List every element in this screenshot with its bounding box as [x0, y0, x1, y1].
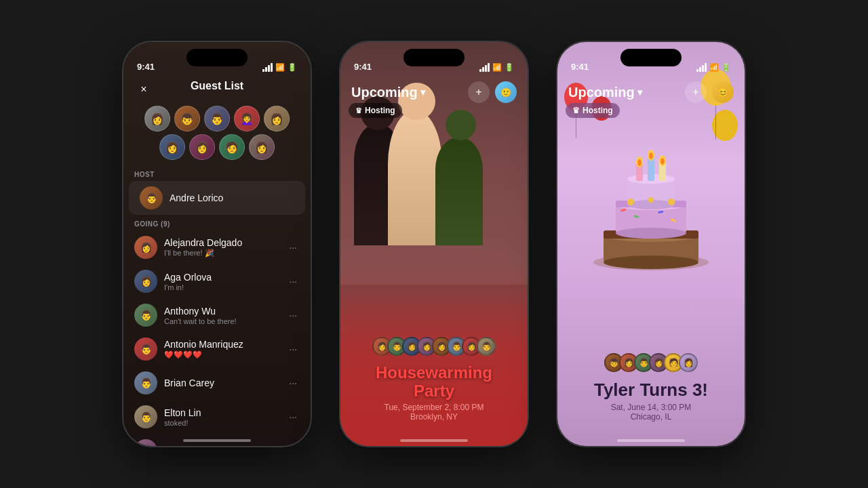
hosting-label-2: Hosting: [365, 106, 395, 115]
going-label: GOING (9): [123, 215, 311, 230]
phone1-screen: 9:41 📶 🔋 × Guest List 👩 👦 👨 👩‍🦱 👩: [123, 42, 311, 446]
guest-item-6[interactable]: 👨 Elton Lin stoked! ···: [123, 400, 311, 434]
guest-info-2: Aga Orlova I'm in!: [164, 272, 279, 291]
wifi-icon-3: 📶: [709, 63, 719, 72]
svg-point-7: [616, 228, 686, 239]
svg-point-24: [660, 158, 665, 165]
guest-name-2: Aga Orlova: [164, 272, 279, 283]
event-title-line1: Housewarming: [351, 364, 517, 382]
more-button-3[interactable]: ···: [286, 307, 300, 323]
phone3-nav-actions: + 😊: [685, 81, 734, 103]
more-button-1[interactable]: ···: [286, 239, 300, 256]
svg-rect-17: [648, 157, 654, 181]
battery-icon-2: 🔋: [505, 63, 514, 72]
hosting-badge-2: ♛ Hosting: [349, 103, 402, 118]
avatar-7[interactable]: 👩: [189, 134, 215, 160]
guest-status-1: I'll be there! 🎉: [164, 249, 279, 258]
svg-point-27: [648, 197, 654, 203]
svg-point-22: [649, 152, 653, 159]
signal-icon-3: [696, 63, 707, 72]
svg-point-26: [668, 199, 675, 205]
guest-name-3: Anthony Wu: [164, 306, 279, 317]
avatar-5[interactable]: 👩: [264, 106, 290, 131]
guest-item-3[interactable]: 👨 Anthony Wu Can't wait to be there! ···: [123, 298, 311, 332]
guest-status-6: stoked!: [164, 419, 279, 427]
close-button[interactable]: ×: [134, 80, 153, 99]
guest-item-5[interactable]: 👨 Brian Carey ···: [123, 366, 311, 400]
guest-avatar-1: 👩: [134, 236, 157, 259]
svg-point-25: [627, 199, 634, 205]
host-name: Andre Lorico: [170, 192, 294, 203]
guest-info-4: Antonio Manriquez ❤️❤️❤️❤️: [164, 339, 279, 359]
guest-item-4[interactable]: 👨 Antonio Manriquez ❤️❤️❤️❤️ ···: [123, 332, 311, 366]
phone3-screen: 9:41 📶 🔋 Upcoming ▾ + 😊 ♛ Hosting: [557, 42, 745, 446]
wifi-icon-2: 📶: [492, 63, 502, 72]
chevron-down-icon-3: ▾: [637, 87, 642, 98]
guest-name-4: Antonio Manriquez: [164, 339, 279, 350]
more-button-2[interactable]: ···: [286, 273, 300, 289]
add-event-button-3[interactable]: +: [685, 81, 707, 103]
guest-avatar-6: 👨: [134, 405, 157, 428]
avatar-9[interactable]: 👩: [249, 134, 275, 160]
event-title-line2: Party: [351, 382, 517, 400]
guest-status-2: I'm in!: [164, 283, 279, 291]
attendee-avatars-2: 👩 👨 👩 👩 👩 👨 👩 👨: [351, 337, 517, 356]
birthday-cake: [557, 130, 745, 279]
avatar-3[interactable]: 👨: [204, 106, 230, 131]
guest-avatar-5: 👨: [134, 371, 157, 394]
avatar-4[interactable]: 👩‍🦱: [234, 106, 260, 131]
phone2-screen: 9:41 📶 🔋 Upcoming ▾ + 🙂 ♛ Hosting: [340, 42, 528, 446]
avatar-row-2: 👩 👩 🧑 👩: [134, 134, 300, 160]
time-2: 9:41: [354, 62, 372, 72]
guest-info-6: Elton Lin stoked!: [164, 407, 279, 427]
attendee-avatars-3: 👦 👩 👨 👩 🧑 👩: [568, 353, 734, 372]
guest-name-7: Jenica Chong: [164, 445, 279, 447]
more-button-7[interactable]: ···: [286, 443, 300, 447]
page-title: Guest List: [191, 80, 243, 92]
cake-svg: [583, 130, 719, 279]
avatar-1[interactable]: 👩: [144, 106, 170, 131]
wifi-icon-1: 📶: [275, 63, 285, 72]
more-button-6[interactable]: ···: [286, 409, 300, 425]
add-event-button-2[interactable]: +: [468, 81, 490, 103]
host-info: Andre Lorico: [170, 192, 294, 203]
host-avatar: 👨: [140, 186, 163, 209]
signal-icon-2: [479, 63, 490, 72]
svg-point-20: [637, 159, 642, 166]
home-indicator-3: [617, 439, 685, 442]
phone-1: 9:41 📶 🔋 × Guest List 👩 👦 👨 👩‍🦱 👩: [122, 41, 312, 447]
user-avatar-button-2[interactable]: 🙂: [495, 81, 517, 103]
birthday-date: Sat, June 14, 3:00 PM Chicago, IL: [568, 403, 734, 422]
guest-status-4: ❤️❤️❤️❤️: [164, 350, 279, 359]
phone3-nav-title: Upcoming ▾: [568, 85, 642, 100]
svg-point-3: [604, 256, 698, 269]
avatar-6[interactable]: 👩: [159, 134, 185, 160]
avatar-2[interactable]: 👦: [174, 106, 200, 131]
avatar-8[interactable]: 🧑: [219, 134, 245, 160]
more-button-4[interactable]: ···: [286, 341, 300, 357]
battery-icon-3: 🔋: [722, 63, 731, 72]
home-indicator-1: [183, 439, 251, 442]
guest-avatar-7: 👩: [134, 439, 157, 447]
more-button-5[interactable]: ···: [286, 375, 300, 391]
crown-icon-2: ♛: [355, 106, 362, 115]
time-1: 9:41: [137, 62, 155, 72]
signal-icon-1: [262, 63, 273, 72]
chevron-down-icon-2: ▾: [420, 87, 425, 98]
time-3: 9:41: [571, 62, 589, 72]
guest-name-6: Elton Lin: [164, 407, 279, 418]
avatar-grid: 👩 👦 👨 👩‍🦱 👩 👩 👩 🧑 👩: [123, 100, 311, 165]
guest-name-1: Alejandra Delgado: [164, 237, 279, 248]
guest-avatar-2: 👩: [134, 270, 157, 293]
status-icons-3: 📶 🔋: [696, 63, 731, 72]
crown-icon-3: ♛: [572, 106, 580, 115]
host-item[interactable]: 👨 Andre Lorico: [129, 181, 305, 215]
guest-item-2[interactable]: 👩 Aga Orlova I'm in! ···: [123, 264, 311, 298]
event-card-2: 👩 👨 👩 👩 👩 👨 👩 👨 Housewarming Party Tue, …: [340, 326, 528, 432]
b-attendee-6: 👩: [679, 353, 698, 372]
home-indicator-2: [400, 439, 468, 442]
user-avatar-button-3[interactable]: 😊: [712, 81, 734, 103]
guest-item-1[interactable]: 👩 Alejandra Delgado I'll be there! 🎉 ···: [123, 230, 311, 264]
dynamic-island-3: [620, 49, 682, 66]
guest-name-5: Brian Carey: [164, 378, 279, 388]
